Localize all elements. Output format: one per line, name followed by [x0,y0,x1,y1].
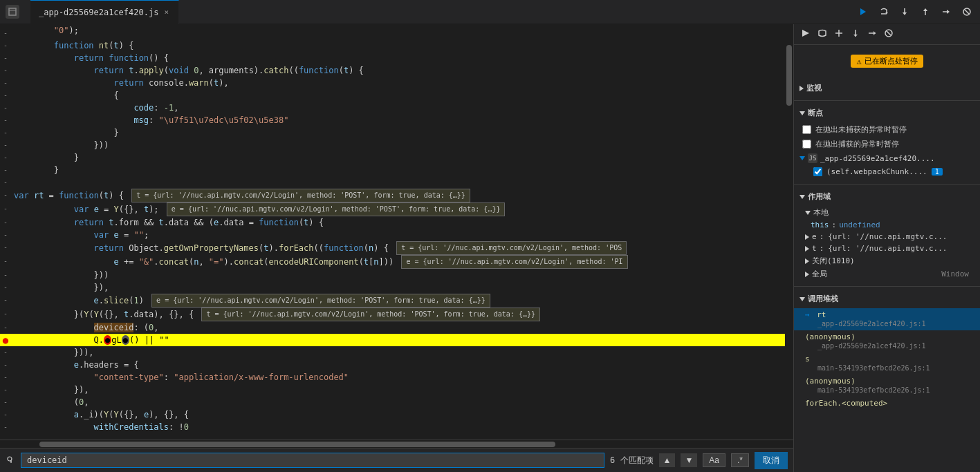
uncaught-exception-checkbox[interactable] [802,125,811,134]
svg-line-23 [887,31,891,35]
step-out-button[interactable] [918,4,933,19]
line-marker: - [0,255,11,269]
caught-exception-label: 在抛出捕获的异常时暂停 [815,139,899,149]
search-cancel-button[interactable]: 取消 [755,452,788,469]
stack-frame-foreach[interactable]: forEach.<computed> [794,397,980,410]
bp-file-icon: JS [808,153,817,163]
stack-frame-s[interactable]: s main-534193efefbcd2e26.js:1 [794,352,980,375]
bp-enabled-checkbox[interactable] [813,167,822,176]
global-scope-header[interactable]: 全局 Window [794,267,980,281]
watch-header[interactable]: 监视 [794,80,980,96]
vertical-scrollbar[interactable] [785,24,793,433]
stack-frame-name: (anonymous) [805,332,856,341]
line-marker: - [0,89,11,102]
line-marker: - [0,346,11,359]
closure-scope-header[interactable]: 关闭(1010) [794,254,980,267]
scope-e-item[interactable]: e : {url: '//nuc.api.mgtv.c... [794,231,980,243]
scrollbar-thumb[interactable] [786,45,792,106]
panel-toolbar-btn-2[interactable] [816,27,829,41]
status-text: 已在断点处暂停 [865,56,918,66]
line-content: })) [11,269,793,281]
stack-frame-anon2[interactable]: (anonymous) main-534193efefbcd2e26.js:1 [794,375,980,397]
line-content: } [11,164,793,176]
step-over-button[interactable] [876,4,891,19]
line-content: }), [11,384,793,396]
step-into-button[interactable] [897,4,912,19]
call-stack-header[interactable]: 调用堆栈 [794,291,980,307]
stack-frame-rt[interactable]: → rt _app-d25569e2a1cef420.js:1 [794,308,980,330]
code-line: - var e = Y({}, t); e = {url: '//nuc.api… [0,202,793,216]
line-content: function nt(t) { [11,39,793,52]
line-content: return console.warn(t), [11,77,793,89]
breakpoints-header[interactable]: 断点 [794,105,980,121]
line-marker: - [0,126,11,139]
search-next-button[interactable]: ▼ [681,453,697,467]
code-line: - return t.form && t.data && (e.data = f… [0,216,793,229]
h-scrollbar-thumb[interactable] [39,442,555,447]
line-marker: - [0,64,11,77]
svg-marker-19 [853,35,858,37]
tab-filename: _app-d25569e2a1cef420.js [39,8,158,17]
scope-collapse-icon [799,195,805,199]
closure-scope-label: 关闭(1010) [812,256,855,266]
local-scope-label: 本地 [813,207,829,218]
panel-inner[interactable]: ⚠ 已在断点处暂停 监视 断点 [794,45,980,472]
panel-toolbar-btn-4[interactable] [849,27,862,41]
exception-checkbox-1[interactable]: 在抛出未捕获的异常时暂停 [794,122,980,137]
scope-section: 作用域 本地 this : undefined e [794,186,980,285]
line-marker: - [0,139,11,151]
line-content: { [11,89,793,102]
panel-toolbar-btn-1[interactable] [799,27,812,41]
code-container[interactable]: - "0"); - function nt(t) { - return func… [0,24,793,440]
code-line: - e.headers = { [0,359,793,371]
code-line: - } [0,126,793,139]
resume-button[interactable] [856,4,871,19]
search-case-icon [6,455,15,465]
line-content: e.slice(1) e = {url: '//nuc.api.mgtv.com… [11,294,793,308]
breakpoint-file-item[interactable]: JS _app-d25569e2a1cef420.... [794,151,980,165]
scope-t-key: t [812,244,817,253]
scope-key: this [811,220,829,229]
stack-frame-anon1[interactable]: (anonymous) _app-d25569e2a1cef420.js:1 [794,330,980,352]
scope-header[interactable]: 作用域 [794,189,980,205]
toolbar-right [850,4,980,19]
line-content: })), [11,346,793,359]
search-regex-button[interactable]: .* [731,453,749,467]
search-case-button[interactable]: Aa [703,453,725,467]
breakpoint-line-item[interactable]: (self.webpackChunk.... 1 [794,165,980,178]
scope-label: 作用域 [808,191,831,202]
line-marker: - [0,229,11,241]
stack-frame-name: (anonymous) [805,377,856,386]
panel-toolbar-btn-6[interactable] [882,27,895,41]
watch-section: 监视 [794,77,980,99]
tooltip-hint: e = {url: '//nuc.api.mgtv.com/v2/Login',… [167,202,506,216]
local-scope-header[interactable]: 本地 [794,206,980,219]
deactivate-button[interactable] [959,4,974,19]
exception-checkbox-2[interactable]: 在抛出捕获的异常时暂停 [794,137,980,151]
scope-t-item[interactable]: t : {url: '//nuc.api.mgtv.c... [794,243,980,254]
code-line: - function nt(t) { [0,39,793,52]
panel-toolbar-btn-3[interactable] [833,27,845,41]
line-marker: - [0,114,11,126]
search-input[interactable] [21,453,604,468]
continue-button[interactable] [939,4,954,19]
call-stack-section: 调用堆栈 → rt _app-d25569e2a1cef420.js:1 (an… [794,288,980,414]
code-line: - var e = ""; [0,229,793,241]
bp-filename: _app-d25569e2a1cef420.... [820,154,935,163]
tab-bar: _app-d25569e2a1cef420.js × [0,0,980,24]
line-marker: - [0,102,11,114]
line-content: } [11,126,793,139]
stack-frame-name: s [805,355,810,364]
bp-count-badge: 1 [932,168,943,176]
watch-label: 监视 [806,83,822,93]
search-prev-button[interactable]: ▲ [659,453,676,467]
search-count: 6 个匹配项 [610,455,653,466]
panel-toolbar-btn-5[interactable] [866,27,878,41]
caught-exception-checkbox[interactable] [802,140,811,149]
horizontal-scrollbar[interactable] [0,440,793,448]
tab-close-button[interactable]: × [163,6,170,18]
code-line: - return console.warn(t), [0,77,793,89]
scope-t-value: {url: '//nuc.api.mgtv.c... [828,244,947,253]
active-tab[interactable]: _app-d25569e2a1cef420.js × [30,0,179,24]
line-content: var rt = function(t) { t = {url: '//nuc.… [11,189,793,202]
